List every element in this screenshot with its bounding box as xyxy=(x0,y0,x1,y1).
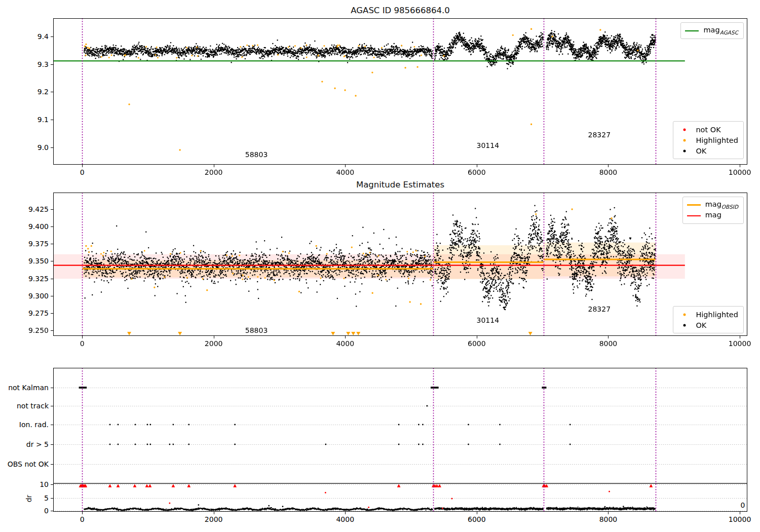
x-tick-label: 8000 xyxy=(599,515,618,523)
flag-tick-mark xyxy=(51,444,53,445)
legend-mag-agasc: magAGASC xyxy=(680,22,744,39)
ok-label: OK xyxy=(696,147,706,155)
x-tick-mark xyxy=(608,165,609,167)
legend-item-mag: mag xyxy=(687,210,738,221)
legend-item-ok-2: OK xyxy=(677,320,738,330)
highlighted-label: Highlighted xyxy=(696,136,738,144)
legend-mag-lines: magOBSID mag xyxy=(682,197,744,224)
x-tick-label: 10000 xyxy=(729,515,751,523)
x-tick-mark xyxy=(477,512,477,514)
flag-tick-mark xyxy=(51,464,53,465)
y-tick-label: 9.300 xyxy=(28,292,49,300)
dr-tick-mark xyxy=(51,511,53,511)
flags-dr-plot: dr 0 xyxy=(53,368,747,512)
obsid-annotation: 28327 xyxy=(588,131,611,139)
x-tick-mark xyxy=(82,336,83,338)
middle-plot-title: Magnitude Estimates xyxy=(356,180,444,189)
obsid-annotation: 58803 xyxy=(245,326,268,334)
y-tick-mark xyxy=(51,261,53,261)
x-tick-mark xyxy=(214,165,214,167)
right-edge-zero-label: 0 xyxy=(741,501,745,509)
mag-line-swatch xyxy=(687,215,701,216)
x-tick-mark xyxy=(608,336,609,338)
x-tick-mark xyxy=(214,512,214,514)
x-tick-mark xyxy=(214,336,214,338)
x-tick-mark xyxy=(82,512,83,514)
dr-tick-mark xyxy=(51,498,53,499)
y-tick-mark xyxy=(51,226,53,227)
ok-label-2: OK xyxy=(696,321,706,329)
flag-category-label: dr > 5 xyxy=(26,440,49,448)
x-tick-mark xyxy=(345,512,346,514)
y-tick-mark xyxy=(51,330,53,331)
y-tick-mark xyxy=(51,279,53,279)
x-tick-label: 2000 xyxy=(205,168,223,176)
x-tick-label: 8000 xyxy=(599,168,618,176)
flag-tick-mark xyxy=(51,425,53,425)
obsid-annotation: 30114 xyxy=(477,141,500,149)
not-ok-marker-swatch xyxy=(677,126,691,133)
x-tick-label: 6000 xyxy=(468,168,486,176)
x-tick-label: 2000 xyxy=(205,339,223,348)
y-tick-label: 9.400 xyxy=(28,222,49,231)
legend-item-highlighted-2: Highlighted xyxy=(677,309,738,320)
legend-point-types-middle: Highlighted OK xyxy=(673,306,744,333)
ok-marker-swatch xyxy=(677,147,691,155)
y-tick-mark xyxy=(51,120,53,120)
x-tick-label: 10000 xyxy=(729,168,751,176)
x-tick-mark xyxy=(477,336,477,338)
dr-tick-mark xyxy=(51,484,53,485)
legend-item-highlighted: Highlighted xyxy=(677,135,738,145)
x-tick-mark xyxy=(608,512,609,514)
top-plot-title: AGASC ID 985666864.0 xyxy=(351,6,449,15)
highlighted-marker-swatch-2 xyxy=(677,311,691,318)
y-tick-mark xyxy=(51,92,53,92)
highlighted-label-2: Highlighted xyxy=(696,311,738,319)
x-tick-label: 4000 xyxy=(336,515,354,523)
y-tick-label: 9.325 xyxy=(28,275,49,283)
dr-tick-label: 0 xyxy=(44,507,49,515)
y-tick-label: 9.4 xyxy=(37,32,49,41)
legend-item-not-ok: not OK xyxy=(677,124,738,135)
mag-agasc-label: magAGASC xyxy=(703,26,738,35)
obsid-annotation: 30114 xyxy=(477,316,500,324)
dr-axis-label: dr xyxy=(25,495,33,503)
x-tick-mark xyxy=(740,512,740,514)
flag-tick-mark xyxy=(51,406,53,406)
y-tick-label: 9.425 xyxy=(28,205,49,213)
x-tick-label: 10000 xyxy=(729,339,751,348)
y-tick-mark xyxy=(51,244,53,244)
agasc-mag-plot-canvas xyxy=(53,18,747,165)
dr-tick-label: 10 xyxy=(40,480,49,488)
flag-tick-mark xyxy=(51,388,53,388)
x-tick-label: 4000 xyxy=(336,168,354,176)
y-tick-mark xyxy=(51,313,53,314)
legend-item-ok: OK xyxy=(677,145,738,156)
x-tick-label: 8000 xyxy=(599,339,618,348)
x-tick-label: 0 xyxy=(80,339,85,348)
x-tick-label: 4000 xyxy=(336,339,354,348)
x-tick-label: 2000 xyxy=(205,515,223,523)
y-tick-mark xyxy=(51,209,53,210)
y-tick-mark xyxy=(51,36,53,37)
y-tick-mark xyxy=(51,64,53,65)
y-tick-label: 9.1 xyxy=(37,116,49,124)
y-tick-mark xyxy=(51,296,53,296)
legend-item-mag-obsid: magOBSID xyxy=(687,200,738,210)
mag-obsid-line-swatch xyxy=(687,204,701,206)
mag-label: mag xyxy=(705,211,721,220)
y-tick-mark xyxy=(51,147,53,148)
legend-item-mag-agasc: magAGASC xyxy=(685,25,738,36)
flag-category-label: OBS not OK xyxy=(8,460,49,468)
flag-category-label: Ion. rad. xyxy=(19,421,49,429)
x-tick-mark xyxy=(740,336,740,338)
flags-dr-plot-canvas xyxy=(53,368,747,512)
y-tick-label: 9.0 xyxy=(37,143,49,151)
ok-marker-swatch-2 xyxy=(677,322,691,329)
x-tick-mark xyxy=(345,165,346,167)
x-tick-mark xyxy=(740,165,740,167)
y-tick-label: 9.3 xyxy=(37,60,49,68)
x-tick-mark xyxy=(345,336,346,338)
mag-obsid-label: magOBSID xyxy=(705,200,738,210)
y-tick-label: 9.2 xyxy=(37,88,49,96)
